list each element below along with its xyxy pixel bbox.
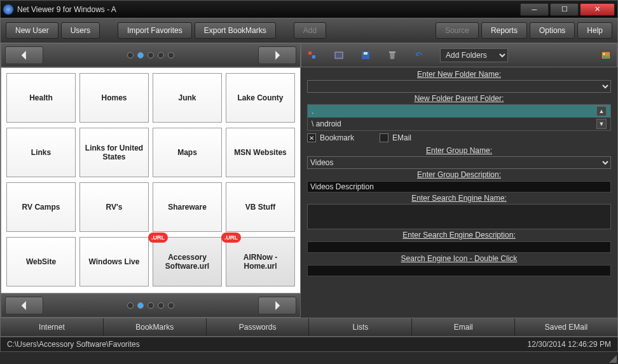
page-dot[interactable] xyxy=(137,52,144,58)
titlebar: Net Viewer 9 for Windows - A ─ ☐ ✕ xyxy=(0,0,618,18)
bookmark-checkbox-row[interactable]: ✕ Bookmark xyxy=(307,133,354,142)
tab-internet[interactable]: Internet xyxy=(1,318,104,336)
resize-grip[interactable] xyxy=(608,354,617,363)
search-name-input[interactable] xyxy=(307,204,611,229)
folder-tile[interactable]: RV Camps xyxy=(6,182,76,232)
group-desc-input[interactable] xyxy=(307,181,611,192)
bookmark-checkbox[interactable]: ✕ xyxy=(307,133,316,142)
page-dot[interactable] xyxy=(158,52,164,58)
svg-point-7 xyxy=(603,53,605,55)
source-button[interactable]: Source xyxy=(436,22,479,39)
bottom-tabs: Internet BookMarks Passwords Lists Email… xyxy=(0,318,618,337)
picture-icon[interactable] xyxy=(600,50,612,61)
parent-folder-label: . xyxy=(312,107,313,116)
tile-label: Links for United States xyxy=(83,144,146,161)
tab-saved-email[interactable]: Saved EMail xyxy=(515,318,617,336)
new-user-button[interactable]: New User xyxy=(6,22,58,39)
options-button[interactable]: Options xyxy=(530,22,575,39)
folder-tile[interactable]: Lake County xyxy=(226,73,295,123)
folder-tile[interactable]: VB Stuff xyxy=(226,182,295,232)
users-button[interactable]: Users xyxy=(61,22,100,39)
group-name-select[interactable]: Videos xyxy=(307,156,611,169)
next-page-button-bottom[interactable] xyxy=(258,297,296,314)
url-tile[interactable]: .URLAIRNow - Home.url xyxy=(226,237,295,286)
tab-passwords[interactable]: Passwords xyxy=(207,318,310,336)
folder-tile[interactable]: WebSite xyxy=(6,237,76,286)
page-dot[interactable] xyxy=(158,302,164,309)
folder-tile[interactable]: MSN Websites xyxy=(226,128,295,177)
parent-folder-label: \ android xyxy=(312,119,341,128)
next-page-button[interactable] xyxy=(258,46,296,64)
folder-tile[interactable]: Shareware xyxy=(153,182,222,232)
parent-folder-row[interactable]: \ android▼ xyxy=(308,118,610,130)
group-name-label: Enter Group Name: xyxy=(307,146,611,155)
scroll-up-button[interactable]: ▲ xyxy=(596,106,607,116)
folder-tile[interactable]: Junk xyxy=(153,73,222,123)
help-button[interactable]: Help xyxy=(577,22,612,39)
search-icon-input[interactable] xyxy=(307,265,611,276)
new-folder-input[interactable] xyxy=(307,80,611,93)
right-panel: Add Folders Enter New Folder Name: New F… xyxy=(301,43,617,318)
app-icon xyxy=(3,4,13,15)
maximize-button[interactable]: ☐ xyxy=(550,3,579,16)
tab-email[interactable]: Email xyxy=(412,318,515,336)
page-dot[interactable] xyxy=(168,302,174,309)
page-dot[interactable] xyxy=(127,52,134,58)
minimize-button[interactable]: ─ xyxy=(520,3,549,16)
page-dot[interactable] xyxy=(127,302,134,309)
folder-tile[interactable]: Links xyxy=(6,128,76,177)
pager-bottom xyxy=(1,293,301,318)
search-desc-label: Enter Search Engine Description: xyxy=(307,231,611,239)
statusbar: C:\Users\Accessory Software\Favorites 12… xyxy=(0,337,618,352)
svg-rect-2 xyxy=(335,52,343,58)
folder-tile[interactable]: Links for United States xyxy=(79,128,149,177)
tile-label: WebSite xyxy=(26,257,56,266)
email-checkbox[interactable] xyxy=(380,133,388,142)
folder-tile[interactable]: Windows Live xyxy=(79,237,149,286)
tile-label: Health xyxy=(29,93,53,102)
undo-icon[interactable] xyxy=(413,50,425,61)
folder-tile[interactable]: Health xyxy=(6,73,76,123)
url-badge: .URL xyxy=(148,233,168,243)
folder-action-select[interactable]: Add Folders xyxy=(440,48,508,62)
scroll-down-button[interactable]: ▼ xyxy=(596,119,607,129)
tab-bookmarks[interactable]: BookMarks xyxy=(104,318,207,336)
close-button[interactable]: ✕ xyxy=(580,3,615,16)
page-dots xyxy=(127,52,174,58)
folder-tile[interactable]: RV's xyxy=(79,182,149,232)
reports-button[interactable]: Reports xyxy=(481,22,527,39)
tile-label: RV Camps xyxy=(22,203,60,212)
folder-tile[interactable]: Maps xyxy=(153,128,222,177)
prev-page-button-bottom[interactable] xyxy=(5,297,43,314)
export-bookmarks-button[interactable]: Export BookMarks xyxy=(195,22,276,39)
import-favorites-button[interactable]: Import Favorites xyxy=(118,22,192,39)
page-dot[interactable] xyxy=(137,302,144,309)
page-dot[interactable] xyxy=(168,52,174,58)
parent-folder-row[interactable]: .▲ xyxy=(308,105,610,118)
tile-grid: HealthHomesJunkLake CountyLinksLinks for… xyxy=(1,67,301,293)
tile-label: AIRNow - Home.url xyxy=(229,253,292,271)
parent-folder-list[interactable]: .▲\ android▼ xyxy=(307,104,611,131)
page-dots-bottom xyxy=(127,302,174,309)
svg-rect-1 xyxy=(312,55,315,58)
svg-rect-5 xyxy=(389,51,395,53)
folder-tile[interactable]: Homes xyxy=(79,73,149,123)
tab-lists[interactable]: Lists xyxy=(309,318,412,336)
note-icon[interactable] xyxy=(333,50,345,61)
email-label: EMail xyxy=(392,133,411,142)
email-checkbox-row[interactable]: EMail xyxy=(380,133,411,142)
tile-label: Homes xyxy=(101,93,127,102)
add-button[interactable]: Add xyxy=(294,22,326,39)
trash-icon[interactable] xyxy=(387,50,398,61)
flag-icon[interactable] xyxy=(306,50,318,61)
page-dot[interactable] xyxy=(148,52,154,58)
form-area: Enter New Folder Name: New Folder Parent… xyxy=(301,67,617,318)
svg-rect-0 xyxy=(308,51,312,55)
left-panel: HealthHomesJunkLake CountyLinksLinks for… xyxy=(1,43,301,318)
tile-label: Shareware xyxy=(168,203,207,212)
url-tile[interactable]: .URLAccessory Software.url xyxy=(153,237,222,286)
save-icon[interactable] xyxy=(360,50,371,61)
search-desc-input[interactable] xyxy=(307,241,611,253)
page-dot[interactable] xyxy=(148,302,154,309)
prev-page-button[interactable] xyxy=(5,46,43,64)
